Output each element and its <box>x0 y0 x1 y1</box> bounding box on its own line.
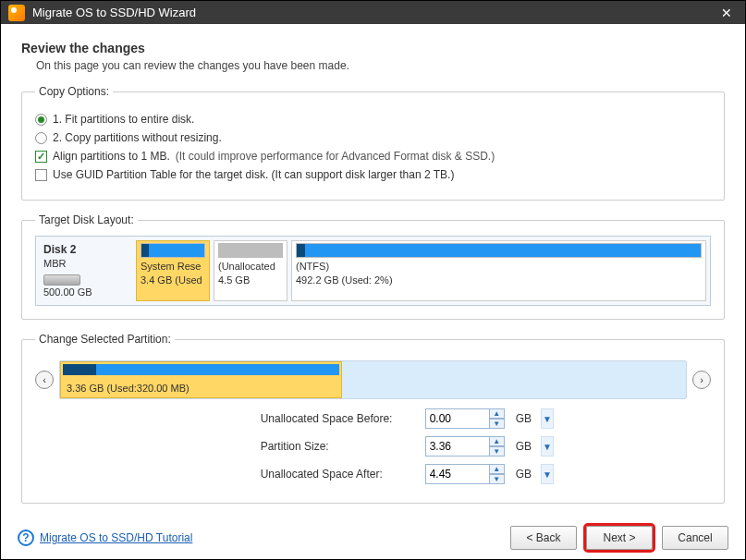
help-area: ? Migrate OS to SSD/HD Tutorial <box>18 530 192 546</box>
partition3-size: 492.2 GB (Used: 2%) <box>296 274 702 287</box>
target-disk-legend: Target Disk Layout: <box>35 213 138 226</box>
disk-size: 500.00 GB <box>43 286 128 299</box>
next-button[interactable]: Next > <box>586 526 653 550</box>
change-bar-wrap: ‹ 3.36 GB (Used:320.00 MB) › <box>35 360 711 399</box>
spin-up-icon[interactable]: ▲ <box>490 464 505 474</box>
back-button[interactable]: < Back <box>510 526 577 550</box>
app-icon <box>8 5 25 21</box>
label-space-before: Unallocated Space Before: <box>261 412 418 425</box>
tutorial-link[interactable]: Migrate OS to SSD/HD Tutorial <box>40 531 192 544</box>
input-space-after[interactable] <box>425 464 490 484</box>
spin-space-before[interactable]: ▲▼ <box>425 408 505 429</box>
option-align-hint: (It could improve performance for Advanc… <box>176 150 495 163</box>
change-partition-legend: Change Selected Partition: <box>35 333 175 346</box>
partition2-size: 4.5 GB <box>218 274 283 287</box>
target-disk-group: Target Disk Layout: Disk 2 MBR 500.00 GB… <box>21 213 725 320</box>
option-fit-label: 1. Fit partitions to entire disk. <box>53 113 194 126</box>
spin-down-icon[interactable]: ▼ <box>490 474 505 484</box>
disk-name: Disk 2 <box>43 242 128 257</box>
partition3-name: (NTFS) <box>296 260 702 274</box>
page-header: Review the changes On this page you can … <box>1 24 745 85</box>
input-partition-size[interactable] <box>425 436 490 457</box>
row-space-after: Unallocated Space After: ▲▼ GB ▼ <box>261 464 554 484</box>
footer: ? Migrate OS to SSD/HD Tutorial < Back N… <box>1 517 745 559</box>
cancel-button[interactable]: Cancel <box>662 526 728 550</box>
partition1-name: System Rese <box>141 260 205 274</box>
spin-down-icon[interactable]: ▼ <box>490 446 505 457</box>
label-space-after: Unallocated Space After: <box>261 468 418 481</box>
shrink-left-button[interactable]: ‹ <box>35 371 54 389</box>
input-space-before[interactable] <box>425 408 490 429</box>
spin-up-icon[interactable]: ▲ <box>490 408 505 419</box>
unit-dropdown-size[interactable]: ▼ <box>541 436 554 457</box>
option-align-row[interactable]: Align partitions to 1 MB. (It could impr… <box>35 150 711 163</box>
partition2-name: (Unallocated <box>218 260 283 274</box>
partition-ntfs[interactable]: (NTFS) 492.2 GB (Used: 2%) <box>291 240 706 301</box>
help-icon[interactable]: ? <box>18 530 34 546</box>
disk-info: Disk 2 MBR 500.00 GB <box>40 240 132 301</box>
unit-dropdown-before[interactable]: ▼ <box>541 408 554 429</box>
size-inputs: Unallocated Space Before: ▲▼ GB ▼ Partit… <box>35 408 711 484</box>
wizard-window: Migrate OS to SSD/HD Wizard ✕ Review the… <box>0 0 746 560</box>
option-guid-row[interactable]: Use GUID Partition Table for the target … <box>35 168 711 181</box>
row-partition-size: Partition Size: ▲▼ GB ▼ <box>261 436 554 457</box>
disk-layout-row: Disk 2 MBR 500.00 GB System Rese 3.4 GB … <box>35 236 711 306</box>
unit-dropdown-after[interactable]: ▼ <box>541 464 554 484</box>
option-guid-label: Use GUID Partition Table for the target … <box>53 168 454 181</box>
unit-before: GB <box>516 412 532 425</box>
unit-size: GB <box>516 440 532 453</box>
selected-partition-region[interactable]: 3.36 GB (Used:320.00 MB) <box>60 361 342 398</box>
copy-options-legend: Copy Options: <box>35 85 113 98</box>
label-partition-size: Partition Size: <box>261 440 418 453</box>
partition-fill-bar <box>63 364 339 375</box>
row-space-before: Unallocated Space Before: ▲▼ GB ▼ <box>261 408 554 429</box>
partition-resize-bar[interactable]: 3.36 GB (Used:320.00 MB) <box>59 360 687 399</box>
hdd-icon <box>43 274 80 286</box>
spin-space-after[interactable]: ▲▼ <box>425 464 505 484</box>
option-noresize-label: 2. Copy partitions without resizing. <box>53 131 222 144</box>
copy-options-group: Copy Options: 1. Fit partitions to entir… <box>21 85 725 201</box>
option-align-label: Align partitions to 1 MB. <box>53 150 170 163</box>
page-description: On this page you can review the changes … <box>36 59 725 72</box>
checkbox-guid[interactable] <box>35 169 47 181</box>
window-title: Migrate OS to SSD/HD Wizard <box>32 6 715 19</box>
disk-scheme: MBR <box>43 257 128 271</box>
spin-down-icon[interactable]: ▼ <box>490 419 505 429</box>
spin-up-icon[interactable]: ▲ <box>490 436 505 446</box>
radio-fit[interactable] <box>35 114 47 126</box>
close-icon[interactable]: ✕ <box>715 2 738 24</box>
partition-unallocated[interactable]: (Unallocated 4.5 GB <box>214 240 287 301</box>
wizard-buttons: < Back Next > Cancel <box>510 526 728 550</box>
titlebar: Migrate OS to SSD/HD Wizard ✕ <box>1 1 745 24</box>
option-fit-row[interactable]: 1. Fit partitions to entire disk. <box>35 113 711 126</box>
partition-bar-label: 3.36 GB (Used:320.00 MB) <box>67 383 190 394</box>
radio-noresize[interactable] <box>35 132 47 144</box>
change-partition-group: Change Selected Partition: ‹ 3.36 GB (Us… <box>21 333 725 504</box>
checkbox-align[interactable] <box>35 151 47 163</box>
partition-system-reserved[interactable]: System Rese 3.4 GB (Used <box>136 240 210 301</box>
partition-used-bar <box>63 364 96 375</box>
option-noresize-row[interactable]: 2. Copy partitions without resizing. <box>35 131 711 144</box>
spin-partition-size[interactable]: ▲▼ <box>425 436 505 457</box>
page-title: Review the changes <box>21 41 725 55</box>
grow-right-button[interactable]: › <box>692 371 711 389</box>
unit-after: GB <box>516 468 532 481</box>
partition1-size: 3.4 GB (Used <box>141 274 205 287</box>
